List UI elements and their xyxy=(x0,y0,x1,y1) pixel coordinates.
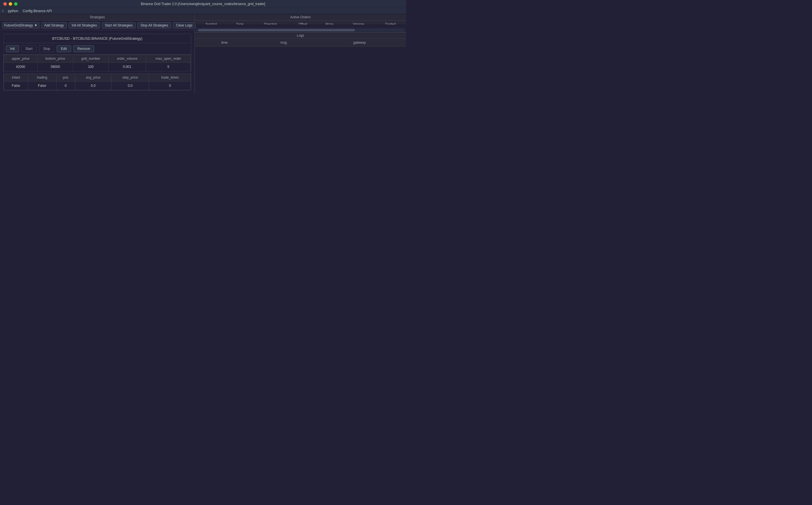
val-order-volume: 0.001 xyxy=(108,62,146,71)
col-symbol: Symbol xyxy=(195,21,228,24)
scrollbar-thumb[interactable] xyxy=(198,29,355,31)
right-panel: Active Orders Symbol Type Direction Offs… xyxy=(195,14,406,94)
toolbar: FutureGridStrategy ▼ Add Strategy Init A… xyxy=(0,21,194,30)
scrollbar-track[interactable] xyxy=(196,29,405,31)
init-all-button[interactable]: Init All Strategies xyxy=(69,22,100,28)
minimize-button[interactable] xyxy=(9,2,12,6)
params-header-row: upper_price bottom_price grid_number ord… xyxy=(4,55,191,62)
col-order-volume: order_volume xyxy=(108,55,146,62)
strategy-selector-value: FutureGridStrategy xyxy=(4,23,33,27)
status-table: inited trading pos avg_price step_price … xyxy=(4,73,191,90)
col-trading: trading xyxy=(28,74,56,81)
orders-area: Active Orders Symbol Type Direction Offs… xyxy=(195,14,406,32)
dropdown-icon: ▼ xyxy=(34,23,37,27)
col-pos: pos xyxy=(56,74,75,81)
logs-header: Logs xyxy=(195,32,406,39)
strategy-actions: Init Start Stop Edit Remove xyxy=(4,43,191,55)
status-value-row: False False 0 0.0 0.0 0 xyxy=(4,81,191,90)
menu-apple[interactable]:  xyxy=(2,9,3,13)
val-trade-times: 0 xyxy=(149,81,191,90)
active-orders-table: Symbol Type Direction Offset Price Volum… xyxy=(195,21,406,24)
start-button[interactable]: Start xyxy=(21,45,37,52)
horizontal-scrollbar[interactable] xyxy=(195,28,406,32)
col-type: Type xyxy=(228,21,252,24)
val-max-open-order: 5 xyxy=(146,62,191,71)
col-step-price: step_price xyxy=(111,74,149,81)
col-inited: inited xyxy=(4,74,28,81)
col-trade-times: trade_times xyxy=(149,74,191,81)
col-gateway: gateway xyxy=(313,39,406,46)
col-traded: Traded xyxy=(375,21,406,24)
menubar:  python Config Binance API xyxy=(0,8,406,14)
col-price: Price xyxy=(317,21,342,24)
col-volume: Volume xyxy=(342,21,375,24)
stop-all-button[interactable]: Stop All Strategies xyxy=(137,22,171,28)
remove-button[interactable]: Remove xyxy=(73,45,95,52)
main-layout: Strategies FutureGridStrategy ▼ Add Stra… xyxy=(0,14,406,94)
window-title: Binance Grid Trader 2.0 [/Users/wanglin/… xyxy=(141,2,265,6)
start-all-button[interactable]: Start All Strategies xyxy=(102,22,136,28)
val-upper-price: 42000 xyxy=(4,62,37,71)
val-bottom-price: 39000 xyxy=(37,62,73,71)
active-orders-table-wrap: Symbol Type Direction Offset Price Volum… xyxy=(195,21,406,24)
maximize-button[interactable] xyxy=(14,2,17,6)
strategies-header: Strategies xyxy=(0,14,194,21)
right-panel-inner: Active Orders Symbol Type Direction Offs… xyxy=(195,14,406,94)
add-strategy-button[interactable]: Add Strategy xyxy=(41,22,67,28)
menu-python[interactable]: python xyxy=(8,9,18,13)
val-pos: 0 xyxy=(56,81,75,90)
col-offset: Offset xyxy=(289,21,317,24)
active-orders-header: Active Orders xyxy=(195,14,406,21)
logs-table: time msg gateway xyxy=(195,39,406,46)
init-button[interactable]: Init xyxy=(6,45,19,52)
status-header-row: inited trading pos avg_price step_price … xyxy=(4,74,191,81)
col-time: time xyxy=(195,39,254,46)
edit-button[interactable]: Edit xyxy=(57,45,71,52)
strategy-card-title: BTCBUSD - BTCBUSD.BINANCE (FutureGridStr… xyxy=(4,34,191,43)
val-inited: False xyxy=(4,81,28,90)
col-avg-price: avg_price xyxy=(75,74,111,81)
strategy-card: BTCBUSD - BTCBUSD.BINANCE (FutureGridStr… xyxy=(3,34,191,91)
params-table: upper_price bottom_price grid_number ord… xyxy=(4,55,191,71)
val-trading: False xyxy=(28,81,56,90)
logs-section: Logs time msg gateway xyxy=(195,32,406,94)
left-panel: Strategies FutureGridStrategy ▼ Add Stra… xyxy=(0,14,195,94)
col-grid-number: grid_number xyxy=(73,55,109,62)
logs-header-row: time msg gateway xyxy=(195,39,406,46)
col-bottom-price: bottom_price xyxy=(37,55,73,62)
col-direction: Direction xyxy=(252,21,289,24)
val-step-price: 0.0 xyxy=(111,81,149,90)
menu-config[interactable]: Config Binance API xyxy=(23,9,51,13)
val-grid-number: 100 xyxy=(73,62,109,71)
stop-button[interactable]: Stop xyxy=(39,45,54,52)
clear-logs-button[interactable]: Clear Logs xyxy=(173,22,195,28)
col-upper-price: upper_price xyxy=(4,55,37,62)
col-msg: msg xyxy=(254,39,313,46)
col-max-open-order: max_open_order xyxy=(146,55,191,62)
params-value-row: 42000 39000 100 0.001 5 xyxy=(4,62,191,71)
strategy-selector[interactable]: FutureGridStrategy ▼ xyxy=(2,22,39,28)
titlebar: Binance Grid Trader 2.0 [/Users/wanglin/… xyxy=(0,0,406,8)
val-avg-price: 0.0 xyxy=(75,81,111,90)
orders-header-row: Symbol Type Direction Offset Price Volum… xyxy=(195,21,406,24)
close-button[interactable] xyxy=(3,2,7,6)
window-controls[interactable] xyxy=(3,2,17,6)
